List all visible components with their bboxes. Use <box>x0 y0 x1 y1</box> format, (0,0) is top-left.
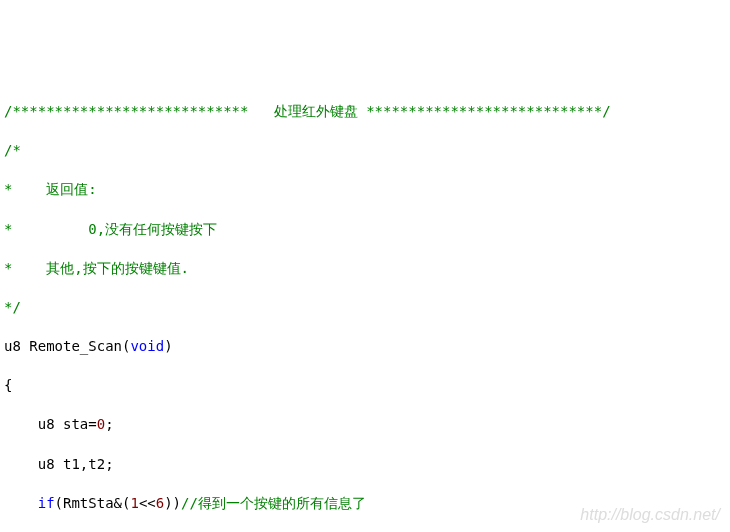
comment-line: */ <box>4 298 726 318</box>
comment-line: * 其他,按下的按键键值. <box>4 259 726 279</box>
comment-line: * 0,没有任何按键按下 <box>4 220 726 240</box>
brace: { <box>4 376 726 396</box>
comment-header: /**************************** 处理红外键盘 ***… <box>4 102 726 122</box>
code-block: /**************************** 处理红外键盘 ***… <box>4 82 726 532</box>
declaration: u8 t1,t2; <box>4 455 726 475</box>
declaration: u8 sta=0; <box>4 415 726 435</box>
comment-line: * 返回值: <box>4 180 726 200</box>
comment-line: /* <box>4 141 726 161</box>
watermark-text: http://blog.csdn.net/ <box>580 504 720 526</box>
function-signature: u8 Remote_Scan(void) <box>4 337 726 357</box>
